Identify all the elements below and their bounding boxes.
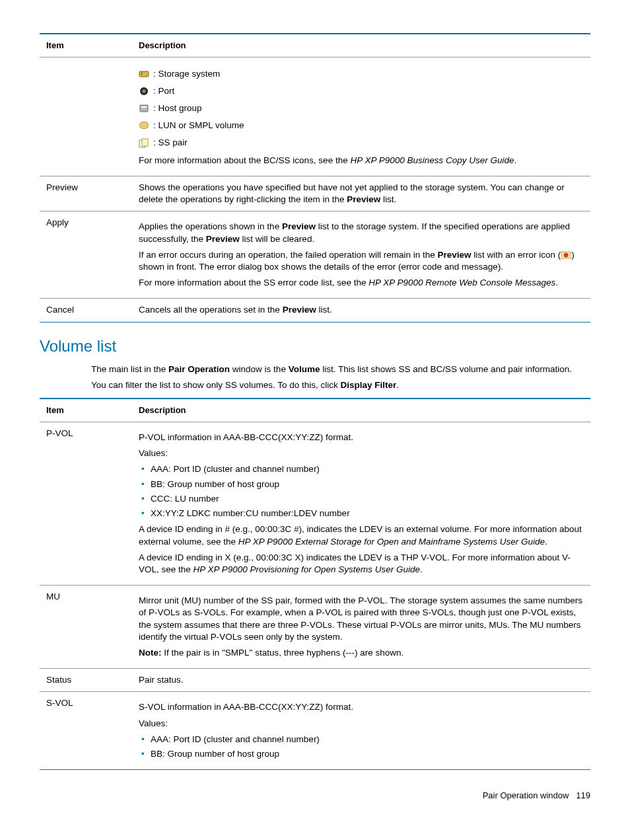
cell-desc: Applies the operations shown in the Prev… <box>132 211 590 299</box>
ss-pair-icon <box>139 138 149 149</box>
cell-item: Cancel <box>40 299 132 322</box>
text: list. This list shows SS and BC/SS volum… <box>320 364 572 374</box>
table-row: MU Mirror unit (MU) number of the SS pai… <box>40 586 590 669</box>
cell-item: Preview <box>40 176 132 211</box>
text: For more information about the SS error … <box>139 278 368 287</box>
list-item: BB: Group number of host group <box>139 478 584 490</box>
text: . <box>396 380 399 390</box>
ref-title: HP XP P9000 External Storage for Open an… <box>238 537 545 547</box>
port-icon <box>139 86 149 96</box>
text: Values: <box>139 718 584 730</box>
intro-para-1: The main list in the Pair Operation wind… <box>91 363 590 375</box>
cell-desc: : Storage system : Port : Host group <box>132 57 590 176</box>
table-row: Apply Applies the operations shown in th… <box>40 211 590 299</box>
list-item: XX:YY:Z LDKC number:CU number:LDEV numbe… <box>139 508 584 519</box>
svg-point-11 <box>564 253 569 258</box>
text: If the pair is in "SMPL" status, three h… <box>162 648 404 658</box>
cell-item: Apply <box>40 211 132 299</box>
text: Preview <box>206 234 240 244</box>
cell-item <box>40 57 132 176</box>
text: Note: <box>139 648 162 658</box>
page-footer: Pair Operation window 119 <box>40 790 590 802</box>
cell-item: P-VOL <box>40 422 132 585</box>
svg-rect-1 <box>141 73 143 73</box>
text: Preview <box>282 221 316 231</box>
icons-operations-table: Item Description : Storage system : Port <box>40 33 590 323</box>
storage-label: : Storage system <box>153 68 220 80</box>
port-label: : Port <box>153 85 174 97</box>
th-desc: Description <box>132 34 590 57</box>
text: Preview <box>283 305 316 315</box>
cell-desc: Pair status. <box>132 669 590 692</box>
text: Pair Operation <box>168 364 230 374</box>
text: list with an error icon ( <box>472 250 561 260</box>
text: Preview <box>438 250 472 260</box>
cell-desc: P-VOL information in AAA-BB-CCC(XX:YY:ZZ… <box>132 422 590 585</box>
table-row: Cancel Cancels all the operations set in… <box>40 299 590 322</box>
text: list will be cleared. <box>240 234 314 244</box>
volume-list-table: Item Description P-VOL P-VOL information… <box>40 398 590 770</box>
svg-rect-6 <box>141 106 147 108</box>
cell-item: Status <box>40 669 132 692</box>
table-row: Preview Shows the operations you have sp… <box>40 176 590 211</box>
footer-label: Pair Operation window <box>483 790 569 800</box>
ref-title: HP XP P9000 Remote Web Console Messages <box>368 278 555 287</box>
text: S-VOL information in AAA-BB-CCC(XX:YY:ZZ… <box>139 701 584 713</box>
text: The main list in the <box>91 364 168 374</box>
text: . <box>555 278 558 287</box>
text: Display Filter <box>340 380 396 390</box>
table-row: Status Pair status. <box>40 669 590 692</box>
section-heading: Volume list <box>40 336 590 357</box>
ref-title: HP XP P9000 Provisioning for Open System… <box>193 564 420 574</box>
text: For more information about the BC/SS ico… <box>139 155 350 165</box>
th-item: Item <box>40 34 132 57</box>
text: . <box>545 537 547 547</box>
error-icon <box>561 250 571 260</box>
text: list. <box>380 194 396 204</box>
th-item: Item <box>40 399 132 422</box>
host-group-label: : Host group <box>153 102 202 114</box>
ss-pair-label: : SS pair <box>153 137 188 149</box>
text: window is the <box>230 364 289 374</box>
lun-label: : LUN or SMPL volume <box>153 120 244 132</box>
svg-rect-9 <box>142 139 148 146</box>
svg-rect-5 <box>140 105 148 112</box>
page-number: 119 <box>576 790 590 800</box>
text: Values: <box>139 447 584 459</box>
text: If an error occurs during an operation, … <box>139 250 438 260</box>
text: Preview <box>347 194 380 204</box>
svg-rect-2 <box>141 74 143 75</box>
cell-desc: Cancels all the operations set in the Pr… <box>132 299 590 322</box>
table-row: : Storage system : Port : Host group <box>40 57 590 176</box>
text: . <box>514 155 517 165</box>
svg-point-4 <box>143 89 146 93</box>
text: Volume <box>289 364 320 374</box>
text: P-VOL information in AAA-BB-CCC(XX:YY:ZZ… <box>139 432 584 443</box>
bullet-list: AAA: Port ID (cluster and channel number… <box>139 463 584 519</box>
intro-para-2: You can filter the list to show only SS … <box>91 379 590 391</box>
list-item: CCC: LU number <box>139 493 584 505</box>
text: list. <box>316 305 332 315</box>
cell-desc: Mirror unit (MU) number of the SS pair, … <box>132 586 590 669</box>
cell-desc: S-VOL information in AAA-BB-CCC(XX:YY:ZZ… <box>132 692 590 770</box>
host-group-icon <box>139 103 149 114</box>
table-row: S-VOL S-VOL information in AAA-BB-CCC(XX… <box>40 692 590 770</box>
ref-title: HP XP P9000 Business Copy User Guide <box>350 155 514 165</box>
text: Cancels all the operations set in the <box>139 305 283 315</box>
list-item: AAA: Port ID (cluster and channel number… <box>139 463 584 475</box>
cell-desc: Shows the operations you have specified … <box>132 176 590 211</box>
text: . <box>420 564 423 574</box>
table-row: P-VOL P-VOL information in AAA-BB-CCC(XX… <box>40 422 590 585</box>
text: Applies the operations shown in the <box>139 221 282 231</box>
text: You can filter the list to show only SS … <box>91 380 340 390</box>
text: Mirror unit (MU) number of the SS pair, … <box>139 595 584 643</box>
list-item: AAA: Port ID (cluster and channel number… <box>139 734 584 745</box>
storage-system-icon <box>139 69 149 79</box>
lun-icon <box>139 120 149 131</box>
cell-item: MU <box>40 586 132 669</box>
th-desc: Description <box>132 399 590 422</box>
bullet-list: AAA: Port ID (cluster and channel number… <box>139 734 584 760</box>
cell-item: S-VOL <box>40 692 132 770</box>
list-item: BB: Group number of host group <box>139 748 584 760</box>
